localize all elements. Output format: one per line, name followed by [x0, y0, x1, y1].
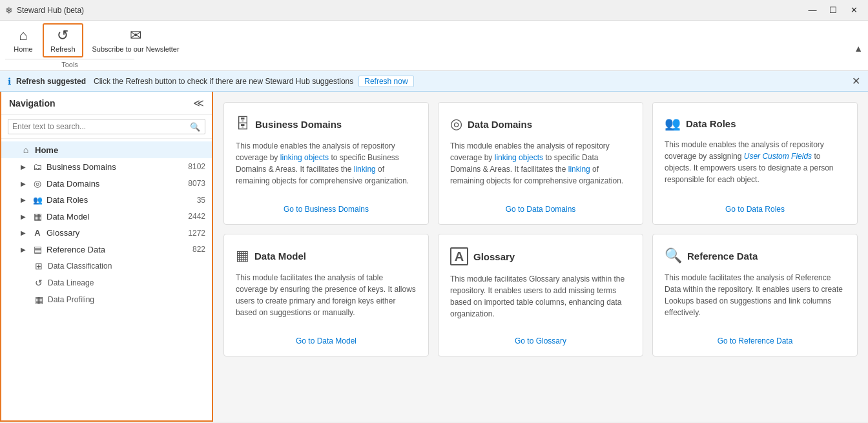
linking-link-2[interactable]: linking	[568, 165, 590, 174]
sidebar-business-domains-count: 8102	[188, 162, 205, 171]
sidebar-data-roles-count: 35	[197, 196, 205, 205]
maximize-button[interactable]: ☐	[824, 4, 842, 17]
sidebar-data-profiling-label: Data Profiling	[48, 295, 205, 304]
sidebar-item-data-domains[interactable]: ▶ ◎ Data Domains 8073	[1, 175, 212, 192]
sidebar-data-classification-label: Data Classification	[48, 262, 205, 271]
sidebar: Navigation ≪ 🔍 ⌂ Home ▶ 🗂 Business Domai…	[0, 92, 213, 422]
content-grid: 🗄 Business Domains This module enables t…	[223, 102, 858, 356]
home-label: Home	[14, 45, 32, 54]
notification-bold: Refresh suggested	[16, 77, 86, 86]
notification-bar: ℹ Refresh suggested Click the Refresh bu…	[0, 71, 868, 92]
card-desc-data-domains: This module enables the analysis of repo…	[450, 140, 631, 196]
refresh-label: Refresh	[50, 45, 76, 54]
titlebar: ❄ Steward Hub (beta) — ☐ ✕	[0, 0, 868, 21]
go-to-data-model-link[interactable]: Go to Data Model	[236, 336, 417, 346]
go-to-glossary-link[interactable]: Go to Glossary	[450, 336, 631, 346]
sidebar-item-data-classification[interactable]: ⊞ Data Classification	[1, 258, 212, 274]
go-to-reference-data-link[interactable]: Go to Reference Data	[665, 336, 845, 346]
expand-icon: ▶	[21, 180, 28, 187]
content-area: 🗄 Business Domains This module enables t…	[213, 92, 868, 422]
data-lineage-nav-icon: ↺	[34, 278, 44, 288]
sidebar-data-lineage-label: Data Lineage	[48, 278, 205, 287]
sidebar-item-data-model[interactable]: ▶ ▦ Data Model 2442	[1, 208, 212, 225]
search-icon: 🔍	[190, 122, 200, 132]
search-input[interactable]	[8, 119, 205, 134]
go-to-data-domains-link[interactable]: Go to Data Domains	[450, 205, 631, 214]
app-title: Steward Hub (beta)	[17, 6, 84, 15]
sidebar-item-business-domains[interactable]: ▶ 🗂 Business Domains 8102	[1, 158, 212, 175]
sidebar-item-home[interactable]: ⌂ Home	[1, 141, 212, 158]
home-icon: ⌂	[19, 27, 27, 44]
business-domains-card-icon: 🗄	[236, 116, 250, 132]
email-icon: ✉	[130, 27, 141, 44]
card-glossary: A Glossary This module facilitates Gloss…	[438, 234, 643, 356]
data-profiling-nav-icon: ▦	[34, 294, 44, 305]
subscribe-toolbar-button[interactable]: ✉ Subscribe to our Newsletter	[85, 23, 187, 57]
sidebar-glossary-label: Glossary	[46, 228, 184, 238]
card-header-data-domains: ◎ Data Domains	[450, 116, 631, 132]
user-custom-fields-link[interactable]: User Custom Fields	[744, 152, 812, 161]
sidebar-business-domains-label: Business Domains	[46, 162, 184, 172]
card-header-glossary: A Glossary	[450, 247, 631, 265]
home-toolbar-button[interactable]: ⌂ Home	[5, 23, 41, 57]
card-header-data-model: ▦ Data Model	[236, 247, 417, 264]
card-business-domains: 🗄 Business Domains This module enables t…	[223, 102, 429, 225]
card-desc-reference-data: This module facilitates the analysis of …	[665, 272, 845, 327]
sidebar-item-data-profiling[interactable]: ▦ Data Profiling	[1, 291, 212, 308]
data-model-card-icon: ▦	[236, 247, 249, 264]
sidebar-data-model-label: Data Model	[46, 212, 184, 222]
sidebar-reference-data-label: Reference Data	[46, 245, 189, 254]
data-domains-card-icon: ◎	[450, 116, 462, 132]
data-model-nav-icon: ▦	[32, 211, 43, 222]
refresh-toolbar-button[interactable]: ↺ Refresh	[43, 23, 83, 57]
data-roles-card-icon: 👥	[665, 116, 681, 131]
card-title-reference-data: Reference Data	[687, 251, 758, 262]
home-nav-icon: ⌂	[21, 145, 31, 155]
minimize-button[interactable]: —	[803, 4, 822, 17]
close-button[interactable]: ✕	[845, 4, 863, 17]
expand-icon: ▶	[21, 196, 28, 203]
toolbar: ⌂ Home ↺ Refresh ✉ Subscribe to our News…	[0, 21, 868, 71]
card-data-model: ▦ Data Model This module facilitates the…	[223, 234, 429, 356]
card-desc-business-domains: This module enables the analysis of repo…	[236, 140, 417, 196]
linking-objects-link-1[interactable]: linking objects	[280, 153, 329, 162]
sidebar-item-data-roles[interactable]: ▶ 👥 Data Roles 35	[1, 192, 212, 208]
sidebar-glossary-count: 1272	[188, 229, 205, 238]
go-to-data-roles-link[interactable]: Go to Data Roles	[665, 205, 845, 214]
glossary-card-icon: A	[450, 247, 468, 265]
titlebar-left: ❄ Steward Hub (beta)	[5, 5, 84, 15]
toolbar-buttons: ⌂ Home ↺ Refresh ✉ Subscribe to our News…	[5, 23, 187, 57]
sidebar-data-domains-count: 8073	[188, 179, 205, 188]
sidebar-item-glossary[interactable]: ▶ A Glossary 1272	[1, 225, 212, 241]
card-desc-glossary: This module facilitates Glossary analysi…	[450, 273, 631, 327]
toolbar-collapse-button[interactable]: ▲	[854, 43, 863, 54]
titlebar-controls: — ☐ ✕	[803, 4, 863, 17]
data-roles-nav-icon: 👥	[32, 196, 43, 205]
card-title-data-roles: Data Roles	[686, 118, 736, 129]
sidebar-collapse-button[interactable]: ≪	[193, 97, 204, 109]
card-title-glossary: Glossary	[473, 251, 515, 262]
linking-link-1[interactable]: linking	[354, 165, 376, 174]
notification-close-button[interactable]: ✕	[852, 75, 860, 87]
sidebar-item-data-lineage[interactable]: ↺ Data Lineage	[1, 274, 212, 291]
refresh-now-link[interactable]: Refresh now	[358, 76, 413, 87]
card-header-data-roles: 👥 Data Roles	[665, 116, 845, 131]
card-title-data-model: Data Model	[254, 251, 306, 262]
sidebar-item-reference-data[interactable]: ▶ ▤ Reference Data 822	[1, 241, 212, 258]
card-title-data-domains: Data Domains	[468, 119, 532, 130]
data-domains-nav-icon: ◎	[32, 178, 43, 189]
info-icon: ℹ	[8, 76, 11, 87]
card-desc-data-model: This module facilitates the analysis of …	[236, 272, 417, 327]
expand-icon: ▶	[21, 163, 28, 170]
sidebar-title: Navigation	[9, 98, 56, 108]
card-header-reference-data: 🔍 Reference Data	[665, 247, 845, 264]
card-reference-data: 🔍 Reference Data This module facilitates…	[652, 234, 858, 356]
main-layout: Navigation ≪ 🔍 ⌂ Home ▶ 🗂 Business Domai…	[0, 92, 868, 422]
card-desc-data-roles: This module enables the analysis of repo…	[665, 139, 845, 196]
subscribe-label: Subscribe to our Newsletter	[92, 45, 180, 54]
data-classification-nav-icon: ⊞	[34, 261, 44, 271]
linking-objects-link-2[interactable]: linking objects	[495, 153, 543, 162]
app-icon: ❄	[5, 5, 13, 15]
card-header-business-domains: 🗄 Business Domains	[236, 116, 417, 132]
go-to-business-domains-link[interactable]: Go to Business Domains	[236, 205, 417, 214]
